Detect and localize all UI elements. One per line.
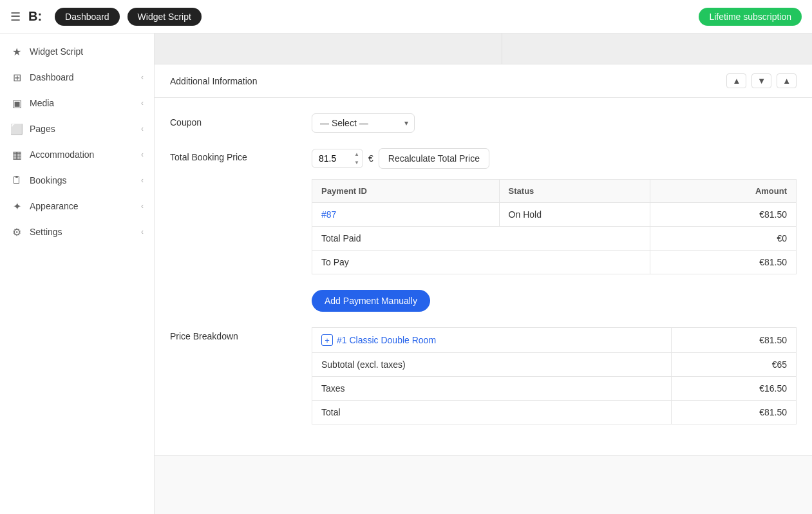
total-paid-amount: €0 (650, 227, 796, 251)
status-header: Status (499, 180, 650, 203)
breakdown-total-row: Total €81.50 (312, 401, 797, 424)
breakdown-room-row: + #1 Classic Double Room €81.50 (312, 328, 797, 353)
coupon-select-wrapper: — Select — ▾ (312, 113, 415, 133)
chevron-icon: ‹ (141, 150, 144, 159)
sidebar: ★ Widget Script ⊞ Dashboard ‹ ▣ Media ‹ … (0, 33, 155, 514)
accommodation-icon: ▦ (10, 148, 23, 161)
total-booking-price-row: Total Booking Price ▲ ▼ € Recal (170, 148, 797, 312)
section-collapse-up-btn[interactable]: ▲ (726, 73, 746, 88)
breakdown-room-link[interactable]: + #1 Classic Double Room (321, 334, 662, 346)
sidebar-item-widget-script[interactable]: ★ Widget Script (0, 39, 154, 64)
payment-id-link[interactable]: #87 (321, 209, 336, 220)
sidebar-label-accommodation: Accommodation (30, 149, 94, 160)
sidebar-item-settings[interactable]: ⚙ Settings ‹ (0, 219, 154, 245)
layout: ★ Widget Script ⊞ Dashboard ‹ ▣ Media ‹ … (0, 33, 812, 514)
breakdown-room-cell: + #1 Classic Double Room (312, 328, 672, 353)
payment-row: #87 On Hold €81.50 (312, 203, 797, 227)
amount-header: Amount (650, 180, 796, 203)
price-breakdown-field: + #1 Classic Double Room €81.50 Subtotal… (312, 327, 797, 424)
additional-information-section: Additional Information ▲ ▼ ▲ Coupon — Se… (155, 64, 812, 456)
chevron-icon: ‹ (141, 73, 144, 82)
sidebar-item-accommodation[interactable]: ▦ Accommodation ‹ (0, 142, 154, 167)
breakdown-subtotal-label: Subtotal (excl. taxes) (312, 353, 672, 377)
lifetime-button[interactable]: Lifetime subscription (699, 8, 802, 26)
payment-table: Payment ID Status Amount #87 (312, 179, 797, 274)
sidebar-label-media: Media (30, 98, 54, 108)
coupon-label: Coupon (170, 113, 312, 128)
price-row: ▲ ▼ € Recalculate Total Price (312, 148, 797, 169)
to-pay-amount: €81.50 (650, 251, 796, 274)
breakdown-taxes-amount: €16.50 (672, 377, 797, 401)
breakdown-room-label: #1 Classic Double Room (337, 335, 436, 345)
topnav: ☰ B: Dashboard Widget Script Lifetime su… (0, 0, 812, 33)
widget-script-icon: ★ (10, 45, 23, 58)
total-paid-row: Total Paid €0 (312, 227, 797, 251)
payment-table-container: Payment ID Status Amount #87 (312, 179, 797, 274)
coupon-row: Coupon — Select — ▾ (170, 113, 797, 133)
payment-amount-cell: €81.50 (650, 203, 796, 227)
section-body: Coupon — Select — ▾ Total Booking Price (155, 98, 812, 455)
total-booking-price-label: Total Booking Price (170, 148, 312, 162)
sidebar-item-dashboard[interactable]: ⊞ Dashboard ‹ (0, 64, 154, 90)
section-title: Additional Information (170, 76, 257, 86)
bookings-icon: 🗒 (10, 174, 23, 187)
sidebar-item-bookings[interactable]: 🗒 Bookings ‹ (0, 167, 154, 193)
payment-id-cell: #87 (312, 203, 500, 227)
breakdown-subtotal-amount: €65 (672, 353, 797, 377)
logo: B: (28, 9, 42, 24)
top-strip (155, 33, 812, 64)
sidebar-label-pages: Pages (30, 124, 55, 134)
main-content: Additional Information ▲ ▼ ▲ Coupon — Se… (155, 33, 812, 514)
chevron-icon: ‹ (141, 176, 144, 185)
breakdown-total-amount: €81.50 (672, 401, 797, 424)
price-input-wrapper: ▲ ▼ (312, 149, 363, 168)
media-icon: ▣ (10, 97, 23, 109)
sidebar-label-settings: Settings (30, 227, 62, 237)
sidebar-item-appearance[interactable]: ✦ Appearance ‹ (0, 193, 154, 219)
chevron-icon: ‹ (141, 99, 144, 108)
breakdown-subtotal-row: Subtotal (excl. taxes) €65 (312, 353, 797, 377)
pages-icon: ⬜ (10, 122, 23, 135)
price-breakdown-row: Price Breakdown + #1 Classic Double Room (170, 327, 797, 424)
currency-symbol: € (368, 153, 373, 164)
sidebar-item-pages[interactable]: ⬜ Pages ‹ (0, 116, 154, 142)
chevron-icon: ‹ (141, 124, 144, 133)
to-pay-row: To Pay €81.50 (312, 251, 797, 274)
sidebar-item-media[interactable]: ▣ Media ‹ (0, 90, 154, 116)
sidebar-label-widget-script: Widget Script (30, 46, 83, 57)
section-controls: ▲ ▼ ▲ (726, 73, 797, 88)
price-spinners: ▲ ▼ (352, 150, 362, 167)
sidebar-label-bookings: Bookings (30, 175, 67, 186)
breakdown-taxes-row: Taxes €16.50 (312, 377, 797, 401)
price-breakdown-label: Price Breakdown (170, 327, 312, 341)
sidebar-label-dashboard: Dashboard (30, 72, 74, 82)
breakdown-room-amount: €81.50 (672, 328, 797, 353)
widget-script-button[interactable]: Widget Script (127, 8, 202, 26)
sidebar-label-appearance: Appearance (30, 201, 79, 211)
chevron-icon: ‹ (141, 202, 144, 211)
appearance-icon: ✦ (10, 200, 23, 213)
dashboard-icon: ⊞ (10, 71, 23, 84)
plus-icon: + (321, 334, 333, 346)
total-booking-price-field: ▲ ▼ € Recalculate Total Price (312, 148, 797, 312)
breakdown-taxes-label: Taxes (312, 377, 672, 401)
coupon-field: — Select — ▾ (312, 113, 797, 133)
total-paid-label: Total Paid (312, 227, 650, 251)
payment-id-header: Payment ID (312, 180, 500, 203)
chevron-icon: ‹ (141, 227, 144, 236)
recalculate-btn[interactable]: Recalculate Total Price (379, 148, 489, 169)
settings-icon: ⚙ (10, 225, 23, 238)
section-header: Additional Information ▲ ▼ ▲ (155, 64, 812, 98)
dashboard-button[interactable]: Dashboard (55, 8, 120, 26)
add-payment-manually-btn[interactable]: Add Payment Manually (312, 290, 430, 312)
price-decrement-btn[interactable]: ▼ (352, 158, 362, 167)
breakdown-total-label: Total (312, 401, 672, 424)
price-increment-btn[interactable]: ▲ (352, 150, 362, 158)
section-collapse-down-btn[interactable]: ▼ (751, 73, 771, 88)
to-pay-label: To Pay (312, 251, 650, 274)
coupon-select[interactable]: — Select — (312, 113, 415, 133)
menu-icon[interactable]: ☰ (10, 10, 21, 24)
payment-status-cell: On Hold (499, 203, 650, 227)
section-expand-btn[interactable]: ▲ (777, 73, 797, 88)
breakdown-table: + #1 Classic Double Room €81.50 Subtotal… (312, 327, 797, 424)
